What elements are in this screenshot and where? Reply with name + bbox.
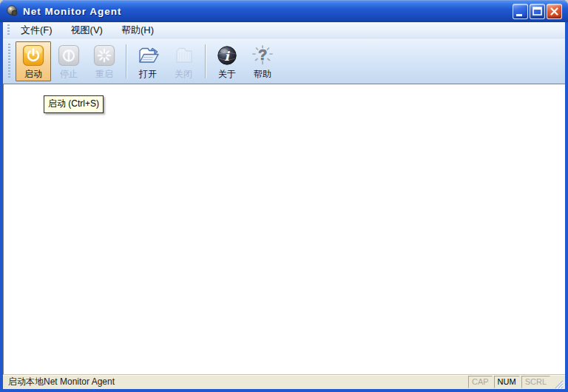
toolbar-button-help[interactable]: ? 帮助 [245,41,280,81]
toolbar-button-label: 关闭 [175,68,192,81]
toolbar: 启动 停止 [3,38,565,84]
toolbar-button-start[interactable]: 启动 [16,41,51,81]
tooltip: 启动 (Ctrl+S) [44,95,104,113]
help-question-icon: ? [251,44,274,67]
titlebar[interactable]: Net Monitor Agent [0,0,568,22]
toolbar-button-restart: 重启 [87,41,122,81]
caption-buttons [513,4,562,19]
toolbar-grip[interactable] [8,44,10,78]
menubar: 文件(F) 视图(V) 帮助(H) [3,22,565,38]
toolbar-button-label: 启动 [24,68,42,81]
toolbar-button-label: 重启 [95,68,113,81]
toolbar-button-stop: 停止 [51,41,87,81]
toolbar-button-about[interactable]: i 关于 [209,41,245,81]
app-icon [6,4,19,18]
status-message: 启动本地Net Monitor Agent [8,376,467,388]
menu-item-view[interactable]: 视图(V) [64,21,109,39]
minimize-button[interactable] [513,4,528,19]
folder-closed-icon [172,44,195,67]
menubar-grip[interactable] [7,24,10,36]
toolbar-button-open[interactable]: 打开 [130,41,166,81]
client-area [3,84,565,374]
toolbar-button-label: 打开 [139,68,157,81]
app-window: Net Monitor Agent 文件(F) 视图(V) 帮助(H) [0,0,568,392]
menu-item-help[interactable]: 帮助(H) [115,21,160,39]
toolbar-button-close-agent: 关闭 [166,41,201,81]
toolbar-button-label: 关于 [218,68,236,81]
num-lock-indicator: NUM [494,376,520,388]
toolbar-separator [126,44,126,78]
statusbar: 启动本地Net Monitor Agent CAP NUM SCRL [3,374,565,389]
resize-grip[interactable] [552,378,564,389]
svg-text:?: ? [258,47,267,63]
toolbar-separator [205,44,206,78]
power-stop-icon [57,44,81,67]
close-button[interactable] [547,4,562,19]
scroll-lock-indicator: SCRL [521,376,550,388]
window-title: Net Monitor Agent [23,6,513,17]
toolbar-button-label: 帮助 [254,68,271,81]
toolbar-button-label: 停止 [60,68,78,81]
restart-icon [92,44,116,67]
maximize-button[interactable] [530,4,545,19]
menu-item-file[interactable]: 文件(F) [14,21,59,39]
about-globe-icon: i [215,44,239,67]
power-start-icon [21,44,45,67]
caps-lock-indicator: CAP [468,376,493,388]
folder-open-icon [136,44,160,67]
